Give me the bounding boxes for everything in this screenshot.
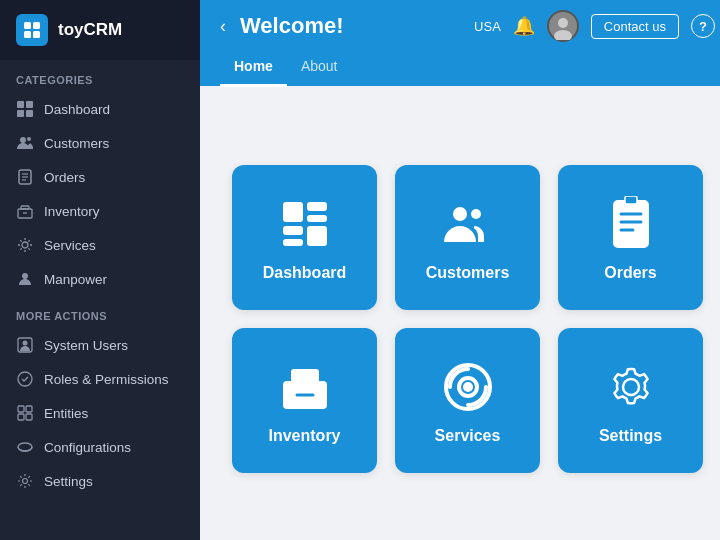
customers-icon [16, 134, 34, 152]
back-button[interactable]: ‹ [220, 16, 226, 37]
svg-point-27 [23, 479, 28, 484]
grid-card-inventory[interactable]: Inventory [232, 328, 377, 473]
sidebar-item-orders[interactable]: Orders [0, 160, 200, 194]
grid-card-services-label: Services [435, 427, 501, 445]
grid-card-orders[interactable]: Orders [558, 165, 703, 310]
system-users-icon [16, 336, 34, 354]
svg-point-50 [623, 379, 639, 395]
sidebar-item-inventory-label: Inventory [44, 204, 100, 219]
sidebar-item-inventory[interactable]: Inventory [0, 194, 200, 228]
main-grid: Dashboard Customers [232, 165, 703, 473]
tab-home[interactable]: Home [220, 52, 287, 87]
svg-point-38 [471, 209, 481, 219]
svg-point-8 [20, 137, 26, 143]
grid-card-orders-label: Orders [604, 264, 656, 282]
sidebar-item-system-users[interactable]: System Users [0, 328, 200, 362]
svg-rect-22 [18, 406, 24, 412]
svg-rect-0 [24, 22, 31, 29]
svg-rect-7 [26, 110, 33, 117]
svg-rect-25 [26, 414, 32, 420]
sidebar-item-configurations[interactable]: Configurations [0, 430, 200, 464]
grid-area: Dashboard Customers [200, 86, 720, 540]
svg-rect-43 [625, 196, 637, 204]
roles-icon [16, 370, 34, 388]
topbar: ‹ Welcome! USA 🔔 Contact us ? [200, 0, 720, 52]
main-content: ‹ Welcome! USA 🔔 Contact us ? Home About [200, 0, 720, 540]
sidebar-item-entities[interactable]: Entities [0, 396, 200, 430]
orders-icon [16, 168, 34, 186]
grid-card-settings[interactable]: Settings [558, 328, 703, 473]
svg-rect-45 [291, 369, 319, 383]
svg-rect-32 [307, 202, 327, 211]
svg-rect-34 [283, 226, 303, 235]
grid-card-services[interactable]: Services [395, 328, 540, 473]
svg-point-21 [18, 372, 32, 386]
sidebar-item-manpower[interactable]: Manpower [0, 262, 200, 296]
svg-rect-1 [33, 22, 40, 29]
sidebar: toyCRM Categories Dashboard Customers Or… [0, 0, 200, 540]
sidebar-item-entities-label: Entities [44, 406, 88, 421]
dashboard-icon [16, 100, 34, 118]
grid-inventory-icon [275, 357, 335, 417]
svg-rect-39 [613, 200, 649, 248]
sidebar-item-services-label: Services [44, 238, 96, 253]
grid-dashboard-icon [275, 194, 335, 254]
svg-point-17 [22, 242, 28, 248]
svg-rect-5 [26, 101, 33, 108]
grid-orders-icon [601, 194, 661, 254]
sidebar-item-roles[interactable]: Roles & Permissions [0, 362, 200, 396]
grid-card-settings-label: Settings [599, 427, 662, 445]
sidebar-item-configurations-label: Configurations [44, 440, 131, 455]
grid-card-inventory-label: Inventory [268, 427, 340, 445]
sidebar-item-settings[interactable]: Settings [0, 464, 200, 498]
config-icon [16, 438, 34, 456]
more-actions-label: More Actions [0, 296, 200, 328]
svg-point-9 [27, 137, 31, 141]
sidebar-item-manpower-label: Manpower [44, 272, 107, 287]
svg-rect-15 [21, 206, 29, 209]
svg-rect-2 [24, 31, 31, 38]
page-title: Welcome! [240, 13, 464, 39]
grid-customers-icon [438, 194, 498, 254]
logo-icon [16, 14, 48, 46]
notifications-bell-icon[interactable]: 🔔 [513, 15, 535, 37]
entities-icon [16, 404, 34, 422]
svg-rect-35 [283, 239, 303, 246]
sidebar-logo[interactable]: toyCRM [0, 0, 200, 60]
services-icon [16, 236, 34, 254]
sidebar-item-dashboard[interactable]: Dashboard [0, 92, 200, 126]
svg-point-20 [23, 341, 28, 346]
grid-card-customers[interactable]: Customers [395, 165, 540, 310]
grid-settings-icon [601, 357, 661, 417]
svg-rect-36 [307, 226, 327, 246]
svg-rect-4 [17, 101, 24, 108]
categories-label: Categories [0, 60, 200, 92]
topbar-right: USA 🔔 Contact us ? [474, 10, 715, 42]
sidebar-item-system-users-label: System Users [44, 338, 128, 353]
sidebar-item-roles-label: Roles & Permissions [44, 372, 169, 387]
sidebar-item-customers-label: Customers [44, 136, 109, 151]
sidebar-item-settings-label: Settings [44, 474, 93, 489]
svg-rect-33 [307, 215, 327, 222]
app-name: toyCRM [58, 20, 122, 40]
svg-rect-24 [18, 414, 24, 420]
country-label: USA [474, 19, 501, 34]
tab-about[interactable]: About [287, 52, 352, 87]
svg-point-29 [558, 18, 568, 28]
inventory-icon [16, 202, 34, 220]
grid-card-dashboard[interactable]: Dashboard [232, 165, 377, 310]
sidebar-item-orders-label: Orders [44, 170, 85, 185]
grid-services-icon [438, 357, 498, 417]
settings-sidebar-icon [16, 472, 34, 490]
sidebar-item-customers[interactable]: Customers [0, 126, 200, 160]
help-button[interactable]: ? [691, 14, 715, 38]
svg-point-37 [453, 207, 467, 221]
grid-card-customers-label: Customers [426, 264, 510, 282]
contact-us-button[interactable]: Contact us [591, 14, 679, 39]
svg-point-18 [22, 273, 28, 279]
grid-card-dashboard-label: Dashboard [263, 264, 347, 282]
svg-rect-31 [283, 202, 303, 222]
sidebar-item-services[interactable]: Services [0, 228, 200, 262]
user-avatar[interactable] [547, 10, 579, 42]
svg-rect-3 [33, 31, 40, 38]
